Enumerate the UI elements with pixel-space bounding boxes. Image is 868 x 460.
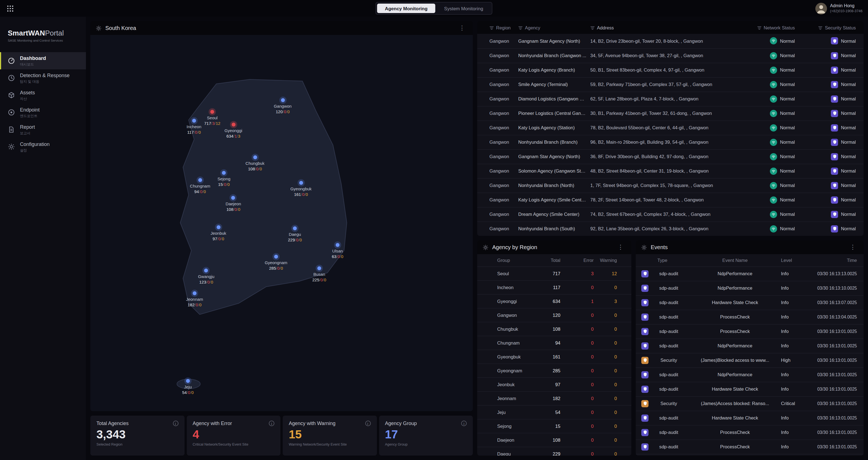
map-marker[interactable]: Incheon 117/0/0 [187,119,201,135]
agency-table-row[interactable]: Gangwon Smile Agency (Terminal) 59, B2, … [477,77,864,91]
agency-table-row[interactable]: Gangwon Gangnam Star Agency (North) 14, … [477,34,864,48]
agency-table-row[interactable]: Gangwon Katy Logis Agency (Station) 78, … [477,120,864,135]
event-row[interactable]: sdp-audit Hardware State Check Info 03/3… [636,411,864,425]
agency-table-row[interactable]: Gangwon Gangnam Star Agency (North) 36, … [477,149,864,164]
map-marker[interactable]: Chungbuk 108/0/0 [246,155,265,171]
column-header-total[interactable]: Total [535,254,560,266]
event-row[interactable]: sdp-audit Hardware State Check Info 03/3… [636,295,864,310]
region-kebab-menu-icon[interactable]: ⋮ [615,243,626,251]
event-row[interactable]: Security (James)Blocked access to www...… [636,353,864,367]
region-table-row[interactable]: Daegu 229 0 0 [477,447,631,456]
sidebar-item-dashboard[interactable]: Dashboard대시보드 [0,52,86,69]
agency-table-row[interactable]: Gangwon Solomon Agency (Gangwon Star... … [477,164,864,178]
map-marker[interactable]: Gyeongbuk 161/0/0 [290,181,312,197]
region-table-row[interactable]: Gyeonggi 634 1 3 [477,294,631,308]
agency-table-row[interactable]: Gangwon Dream Agency (Smile Center) 74, … [477,207,864,221]
region-table-row[interactable]: Chungnam 94 0 0 [477,336,631,350]
tab-system-monitoring[interactable]: System Monitoring [436,4,491,13]
region-table-row[interactable]: Jeonbuk 97 0 0 [477,377,631,391]
event-row[interactable]: sdp-audit ProcessCheck Info 03/30 16:13:… [636,310,864,324]
column-header-time[interactable]: Time [814,254,864,266]
map-marker[interactable]: Seoul 717/3/12 [204,110,220,126]
agency-table-row[interactable]: Gangwon Nonhyundai Branch (North) 1, 7F,… [477,178,864,193]
column-header-level[interactable]: Level [781,254,814,266]
map-marker[interactable]: Jeju 54/0/0 [182,379,194,395]
event-row[interactable]: sdp-audit NdpPerformance Info 03/30 16:1… [636,339,864,353]
map-marker[interactable]: Daegu 229/0/0 [288,226,302,242]
column-header-region[interactable]: Region [477,21,514,34]
info-icon[interactable] [173,421,178,426]
info-icon[interactable] [461,421,467,426]
user-menu[interactable]: Admin Hong (+82)010-1908-3746 [815,2,863,14]
sidebar-item-configuration[interactable]: Configuration설정 [0,138,86,155]
region-table-row[interactable]: Jeju 54 0 0 [477,405,631,419]
cell-group: Gyeongnam [477,364,535,377]
column-header-error[interactable]: Error [560,254,594,266]
map-kebab-menu-icon[interactable]: ⋮ [457,24,467,32]
event-row[interactable]: sdp-audit Hardware State Check Info 03/3… [636,382,864,396]
map-marker[interactable]: Daejeon 108/0/0 [225,196,241,212]
cell-total: 97 [535,377,560,391]
region-table-row[interactable]: Incheon 117 0 0 [477,280,631,294]
agency-table-row[interactable]: Gangwon Diamond Logistics (Gangwon St...… [477,91,864,106]
column-header-warning[interactable]: Warning [594,254,631,266]
map-marker[interactable]: Jeonbuk 97/0/0 [211,225,226,241]
column-header-network-status[interactable]: Network Status [738,21,803,34]
map-marker[interactable]: Gyeongnam 285/0/0 [265,255,287,271]
map-marker[interactable]: Jeonnam 182/0/0 [186,291,203,308]
map-marker[interactable]: Gyeonggi 634/1/3 [224,123,242,139]
map-marker[interactable]: Ulsan 63/0/0 [332,243,343,259]
sidebar-item-assets[interactable]: Assets자산 [0,87,86,104]
agency-table-row[interactable]: Gangwon Nonhyundai Branch (Gangwon ... 3… [477,48,864,63]
cell-group: Gyeongbuk [477,350,535,364]
app-grid-icon[interactable] [5,4,15,13]
cell-security-status: Normal [803,149,864,164]
map-marker[interactable]: Busan 225/0/0 [312,266,326,282]
column-header-address[interactable]: Address [587,21,738,34]
column-header-agency[interactable]: Agency [514,21,587,34]
agency-table-row[interactable]: Gangwon Nonhyundai Branch (South) 92, B2… [477,221,864,236]
cell-agency: Smile Agency (Terminal) [514,77,587,91]
event-row[interactable]: sdp-audit ProcessCheck Info 03/30 16:13:… [636,439,864,454]
event-row[interactable]: Security (James)Access blocked: Ranso...… [636,396,864,411]
region-table-row[interactable]: Sejong 15 0 0 [477,419,631,433]
tab-agency-monitoring[interactable]: Agency Monitoring [377,4,435,13]
cell-event-time: 03/30 16:13:07.0025 [814,295,864,310]
sidebar-item-detection-response[interactable]: Detection & Response탐지 및 대응 [0,69,86,87]
region-table-row[interactable]: Gyeongbuk 161 0 0 [477,350,631,364]
info-icon[interactable] [365,421,371,426]
column-header-security-status[interactable]: Security Status [803,21,864,34]
event-row[interactable]: sdp-audit NdpPerformance Info 03/30 16:1… [636,281,864,295]
region-table-row[interactable]: Daejeon 108 0 0 [477,433,631,447]
cell-group: Sejong [477,419,535,433]
map-marker[interactable]: Gangwon 120/0/0 [274,98,291,114]
region-table-row[interactable]: Seoul 717 3 12 [477,266,631,280]
column-header-event-name[interactable]: Event Name [689,254,781,266]
events-kebab-menu-icon[interactable]: ⋮ [847,243,858,251]
agency-table-row[interactable]: Gangwon Katy Logis Agency (Smile Center)… [477,193,864,207]
event-row[interactable]: sdp-audit ProcessCheck Info 03/30 16:13:… [636,425,864,439]
event-row[interactable]: sdp-audit NdpPerformance Info 03/30 16:1… [636,266,864,281]
cell-event-level: Info [781,310,814,324]
info-icon[interactable] [269,421,274,426]
sidebar-item-report[interactable]: Report보고서 [0,121,86,138]
region-table-row[interactable]: Gangwon 120 0 0 [477,308,631,322]
sidebar-item-endpoint[interactable]: Endpoint엔드포인트 [0,104,86,121]
event-row[interactable]: sdp-audit NdpPerformance Info 03/30 16:1… [636,367,864,382]
cell-event-name: Hardware State Check [689,295,781,310]
region-table-row[interactable]: Jeonnam 182 0 0 [477,391,631,405]
region-table-row[interactable]: Gyeongnam 285 0 0 [477,364,631,377]
cell-network-status: Normal [738,149,803,164]
region-table-row[interactable]: Chungbuk 108 0 0 [477,322,631,336]
map-marker[interactable]: Gwangju 123/0/0 [198,268,214,285]
map-marker[interactable]: Sejong 15/0/0 [218,171,230,187]
agency-table-row[interactable]: Gangwon Katy Logis Agency (Branch) 50, B… [477,63,864,77]
map-marker[interactable]: Chungnam 94/0/0 [190,178,210,194]
column-header-group[interactable]: Group [477,254,535,266]
agency-table-row[interactable]: Gangwon Nonhyundai Branch (Branch) 96, B… [477,135,864,149]
cell-agency: Katy Logis Agency (Station) [514,120,587,135]
event-row[interactable]: sdp-audit ProcessCheck Info 03/30 16:13:… [636,324,864,339]
event-row[interactable]: sdp-audit (James)Android OS version is t… [636,454,864,456]
agency-table-row[interactable]: Gangwon Pioneer Logistics (Central Gang.… [477,106,864,120]
column-header-type[interactable]: Type [636,254,689,266]
